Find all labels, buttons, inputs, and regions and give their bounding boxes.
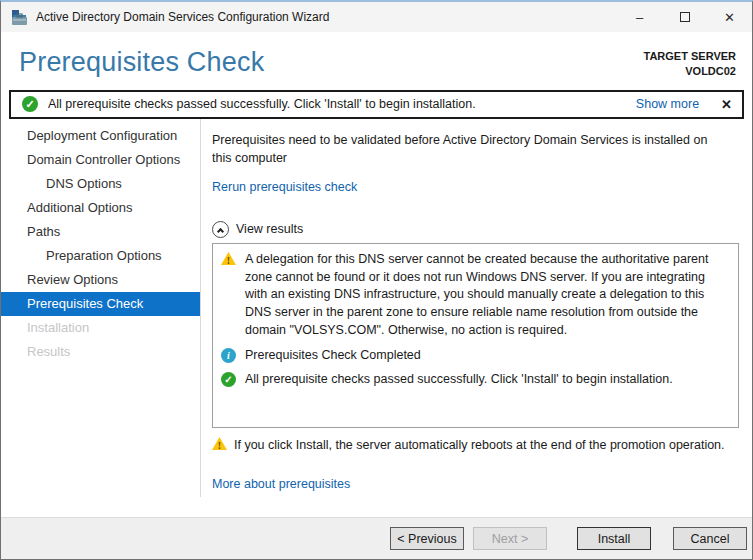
result-text: Prerequisites Check Completed — [245, 347, 421, 365]
close-button[interactable]: ✕ — [707, 2, 752, 32]
target-server-block: TARGET SERVER VOLDC02 — [644, 47, 737, 79]
wizard-window: Active Directory Domain Services Configu… — [0, 0, 753, 560]
view-results-expander[interactable]: View results — [212, 221, 739, 238]
warning-glyph: ! — [212, 440, 227, 451]
notification-banner: ✓ All prerequisite checks passed success… — [9, 90, 744, 119]
page-description: Prerequisites need to be validated befor… — [212, 131, 720, 167]
result-row-check-completed: i Prerequisites Check Completed — [221, 347, 728, 365]
sidebar-item-dns-options[interactable]: DNS Options — [1, 172, 200, 196]
sidebar-item-deployment-configuration[interactable]: Deployment Configuration — [1, 124, 200, 148]
result-text: All prerequisite checks passed successfu… — [245, 371, 673, 389]
show-more-link[interactable]: Show more — [636, 97, 699, 111]
reboot-warning-text: If you click Install, the server automat… — [234, 438, 725, 452]
warning-icon: ! — [221, 251, 245, 340]
target-server-name: VOLDC02 — [644, 64, 737, 79]
sidebar-item-domain-controller-options[interactable]: Domain Controller Options — [1, 148, 200, 172]
sidebar-item-installation: Installation — [1, 316, 200, 340]
sidebar-item-prerequisites-check[interactable]: Prerequisites Check — [1, 292, 200, 316]
sidebar-item-additional-options[interactable]: Additional Options — [1, 196, 200, 220]
minimize-button[interactable]: – — [617, 2, 662, 32]
close-icon: ✕ — [724, 10, 735, 25]
app-icon — [11, 9, 28, 26]
target-server-label: TARGET SERVER — [644, 49, 737, 64]
wizard-body: Deployment Configuration Domain Controll… — [1, 119, 752, 497]
banner-message: All prerequisite checks passed successfu… — [48, 97, 636, 111]
more-about-prerequisites-link[interactable]: More about prerequisites — [212, 477, 350, 491]
sidebar-item-paths[interactable]: Paths — [1, 220, 200, 244]
minimize-icon: – — [636, 10, 643, 25]
results-box: ! A delegation for this DNS server canno… — [212, 243, 739, 428]
window-title: Active Directory Domain Services Configu… — [36, 10, 617, 24]
page-title: Prerequisites Check — [19, 47, 264, 78]
view-results-label: View results — [236, 222, 303, 236]
banner-close-button[interactable]: ✕ — [721, 97, 732, 112]
maximize-button[interactable] — [662, 2, 707, 32]
sidebar-item-review-options[interactable]: Review Options — [1, 268, 200, 292]
wizard-steps-sidebar: Deployment Configuration Domain Controll… — [1, 119, 201, 497]
warning-icon: ! — [212, 437, 234, 453]
warning-glyph: ! — [221, 255, 236, 266]
result-row-all-passed: ✓ All prerequisite checks passed success… — [221, 371, 728, 389]
banner-close-icon: ✕ — [721, 97, 732, 112]
reboot-warning: ! If you click Install, the server autom… — [212, 437, 739, 453]
rerun-prerequisites-link[interactable]: Rerun prerequisites check — [212, 180, 357, 194]
sidebar-item-results: Results — [1, 340, 200, 364]
sidebar-item-preparation-options[interactable]: Preparation Options — [1, 244, 200, 268]
result-row-dns-delegation: ! A delegation for this DNS server canno… — [221, 251, 728, 340]
page-header: Prerequisites Check TARGET SERVER VOLDC0… — [1, 32, 752, 79]
info-glyph: i — [221, 348, 236, 363]
chevron-up-icon — [217, 228, 224, 235]
title-bar: Active Directory Domain Services Configu… — [1, 2, 752, 32]
maximize-icon — [680, 12, 690, 22]
check-glyph: ✓ — [25, 98, 34, 111]
check-glyph: ✓ — [221, 372, 236, 387]
info-icon: i — [221, 347, 245, 365]
install-button[interactable]: Install — [577, 527, 651, 550]
success-check-icon: ✓ — [22, 96, 38, 112]
previous-button[interactable]: < Previous — [390, 527, 464, 550]
window-controls: – ✕ — [617, 2, 752, 32]
collapse-chevron-icon[interactable] — [212, 221, 229, 238]
cancel-button[interactable]: Cancel — [673, 527, 747, 550]
success-check-icon: ✓ — [221, 371, 245, 389]
page-content: Prerequisites need to be validated befor… — [201, 119, 752, 497]
wizard-footer: < Previous Next > Install Cancel — [1, 517, 752, 559]
result-text: A delegation for this DNS server cannot … — [245, 251, 728, 340]
next-button: Next > — [473, 527, 547, 550]
